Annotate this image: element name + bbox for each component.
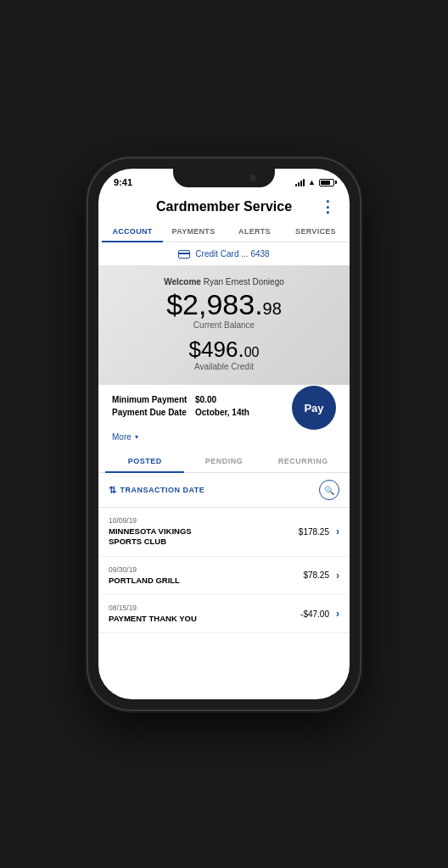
due-date-value: October, 14th <box>195 408 249 417</box>
trans-merchant-1: PORTLAND GRILL <box>109 576 303 586</box>
app-title: Cardmember Service <box>156 199 292 214</box>
tab-pending[interactable]: PENDING <box>184 450 263 472</box>
status-icons: ▲ <box>295 178 334 186</box>
tab-payments[interactable]: PAYMENTS <box>163 221 224 242</box>
status-time: 9:41 <box>114 177 132 187</box>
tab-recurring[interactable]: RECURRING <box>264 450 343 472</box>
trans-date-0: 10/09/19 <box>109 516 299 525</box>
app-header: Cardmember Service ⋮ <box>98 192 350 221</box>
search-button[interactable]: 🔍 <box>319 480 339 500</box>
sort-header: ⇅ TRANSACTION DATE 🔍 <box>98 473 350 508</box>
search-icon: 🔍 <box>324 486 334 495</box>
welcome-name: Ryan Ernest Doniego <box>204 277 284 287</box>
transaction-info-0: 10/09/19 MINNESOTA VIKINGSSPORTS CLUB <box>109 516 299 548</box>
available-dollars: $496. <box>189 337 244 362</box>
balance-cents: 98 <box>263 299 282 318</box>
tab-posted[interactable]: POSTED <box>105 450 184 472</box>
tab-services[interactable]: SERVICES <box>285 221 346 242</box>
wifi-icon: ▲ <box>308 178 316 186</box>
transaction-info-2: 08/15/19 PAYMENT THANK YOU <box>109 604 300 624</box>
available-cents: 00 <box>244 345 260 359</box>
transaction-info-1: 09/30/19 PORTLAND GRILL <box>109 565 303 586</box>
more-link[interactable]: More ▾ <box>98 431 350 450</box>
transaction-item[interactable]: 10/09/19 MINNESOTA VIKINGSSPORTS CLUB $1… <box>98 508 350 557</box>
nav-tabs: ACCOUNT PAYMENTS ALERTS SERVICES <box>98 221 350 242</box>
notch <box>173 169 275 187</box>
sort-label-text: TRANSACTION DATE <box>120 486 205 494</box>
trans-amount-0: $178.25 <box>299 527 329 537</box>
current-balance-label: Current Balance <box>112 320 336 330</box>
transaction-item[interactable]: 09/30/19 PORTLAND GRILL $78.25 › <box>98 557 350 595</box>
available-credit-label: Available Credit <box>112 362 336 371</box>
transaction-item[interactable]: 08/15/19 PAYMENT THANK YOU -$47.00 › <box>98 595 350 633</box>
available-credit-amount: $496.00 <box>112 338 336 360</box>
balance-section: Welcome Ryan Ernest Doniego $2,983.98 Cu… <box>98 265 350 385</box>
trans-chevron-icon-2: › <box>336 608 339 620</box>
more-link-text: More <box>112 432 132 442</box>
welcome-prefix: Welcome <box>164 277 201 287</box>
credit-card-icon <box>178 250 190 259</box>
card-selector-label: Credit Card ... 6438 <box>195 249 269 259</box>
trans-chevron-icon-1: › <box>336 570 339 581</box>
trans-merchant-2: PAYMENT THANK YOU <box>109 614 300 624</box>
sort-arrows-icon: ⇅ <box>109 485 117 496</box>
phone-frame: 9:41 ▲ Cardmember Service ⋮ <box>88 159 360 709</box>
tab-alerts[interactable]: ALERTS <box>224 221 285 242</box>
phone-screen: 9:41 ▲ Cardmember Service ⋮ <box>98 169 350 699</box>
transaction-tabs: POSTED PENDING RECURRING <box>98 450 350 473</box>
payment-section: Minimum Payment $0.00 Payment Due Date O… <box>98 385 350 431</box>
battery-icon <box>319 179 334 186</box>
current-balance-amount: $2,983.98 <box>112 290 336 319</box>
card-selector[interactable]: Credit Card ... 6438 <box>98 242 350 265</box>
trans-merchant-0: MINNESOTA VIKINGSSPORTS CLUB <box>109 526 299 548</box>
welcome-text: Welcome Ryan Ernest Doniego <box>112 277 336 287</box>
minimum-payment-label: Minimum Payment <box>112 395 188 404</box>
tab-account[interactable]: ACCOUNT <box>102 221 163 242</box>
signal-bars-icon <box>295 178 305 186</box>
due-date-label: Payment Due Date <box>112 408 188 417</box>
pay-button[interactable]: Pay <box>292 386 336 430</box>
header-menu-button[interactable]: ⋮ <box>320 199 336 214</box>
app-content: Cardmember Service ⋮ ACCOUNT PAYMENTS AL… <box>98 192 350 699</box>
balance-dollars: $2,983. <box>166 288 262 320</box>
trans-amount-2: -$47.00 <box>300 609 329 619</box>
trans-chevron-icon-0: › <box>336 526 339 537</box>
chevron-down-icon: ▾ <box>135 433 138 441</box>
sort-label[interactable]: ⇅ TRANSACTION DATE <box>109 485 204 496</box>
trans-amount-1: $78.25 <box>303 570 329 580</box>
camera-dot <box>249 175 256 181</box>
trans-date-2: 08/15/19 <box>109 604 300 612</box>
minimum-payment-value: $0.00 <box>195 395 216 404</box>
trans-date-1: 09/30/19 <box>109 565 303 574</box>
